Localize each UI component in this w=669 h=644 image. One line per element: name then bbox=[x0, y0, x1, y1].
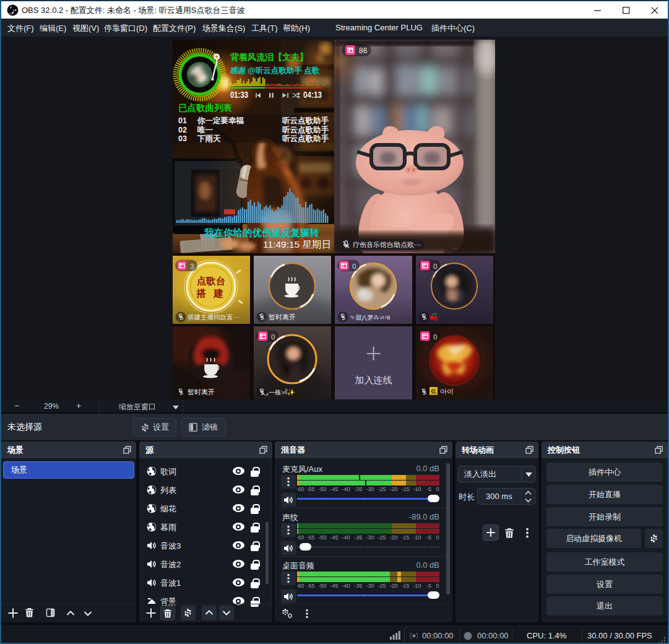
svg-text:-20: -20 bbox=[389, 534, 397, 541]
svg-text:下雨天: 下雨天 bbox=[197, 134, 221, 143]
svg-text:-50: -50 bbox=[318, 534, 326, 541]
svg-text:-30: -30 bbox=[366, 534, 374, 541]
svg-text:听云点歌助手: 听云点歌助手 bbox=[282, 125, 329, 134]
svg-text:0: 0 bbox=[271, 333, 275, 341]
svg-text:0: 0 bbox=[436, 583, 439, 589]
svg-text:-35: -35 bbox=[354, 534, 362, 541]
svg-text:感谢 @听云点歌助手 点歌: 感谢 @听云点歌助手 点歌 bbox=[230, 66, 320, 75]
svg-text:-30: -30 bbox=[366, 583, 374, 589]
svg-text:-10: -10 bbox=[413, 583, 421, 589]
svg-text:0: 0 bbox=[436, 486, 439, 492]
svg-text:-15: -15 bbox=[401, 486, 409, 492]
svg-text:-35: -35 bbox=[354, 583, 362, 589]
svg-text:-10: -10 bbox=[413, 534, 421, 541]
svg-text:已点歌曲列表: 已点歌曲列表 bbox=[178, 103, 233, 113]
svg-text:01:33: 01:33 bbox=[230, 89, 248, 100]
svg-text:-60: -60 bbox=[297, 534, 304, 541]
svg-text:-30: -30 bbox=[366, 486, 374, 492]
svg-text:-40: -40 bbox=[342, 583, 350, 589]
svg-text:-35: -35 bbox=[354, 486, 362, 492]
svg-text:-55: -55 bbox=[306, 534, 314, 541]
svg-text:加入连线: 加入连线 bbox=[355, 375, 392, 385]
svg-text:-60: -60 bbox=[297, 486, 304, 492]
svg-text:-40: -40 bbox=[342, 534, 350, 541]
svg-text:-10: -10 bbox=[413, 486, 421, 492]
svg-text:86: 86 bbox=[359, 46, 368, 55]
svg-text:焦: 焦 bbox=[431, 388, 437, 395]
svg-text:听云点歌助手: 听云点歌助手 bbox=[282, 134, 329, 143]
svg-text:点歌台: 点歌台 bbox=[197, 276, 226, 286]
svg-text:-45: -45 bbox=[330, 534, 338, 541]
svg-text:唯一: 唯一 bbox=[197, 126, 214, 134]
svg-text:-20: -20 bbox=[389, 583, 397, 589]
svg-text:-50: -50 bbox=[318, 486, 326, 492]
svg-text:-25: -25 bbox=[378, 486, 386, 492]
svg-text:0: 0 bbox=[352, 263, 356, 270]
svg-text:-40: -40 bbox=[342, 486, 350, 492]
svg-text:-55: -55 bbox=[306, 583, 314, 589]
svg-text:0: 0 bbox=[433, 333, 437, 341]
svg-text:03: 03 bbox=[178, 134, 187, 143]
svg-text:아이: 아이 bbox=[440, 388, 454, 395]
svg-text:ఌ甜八梦⁂ᝰ¹8: ఌ甜八梦⁂ᝰ¹8 bbox=[350, 314, 390, 321]
svg-text:听云点歌助手: 听云点歌助手 bbox=[282, 116, 329, 125]
svg-text:-55: -55 bbox=[306, 486, 314, 492]
svg-text:你一定要幸福: 你一定要幸福 bbox=[197, 116, 244, 125]
svg-text:11:49:15 星期日: 11:49:15 星期日 bbox=[263, 239, 331, 250]
svg-text:-20: -20 bbox=[389, 486, 397, 492]
svg-text:04:13: 04:13 bbox=[303, 89, 322, 100]
svg-text:-25: -25 bbox=[378, 583, 386, 589]
svg-text:-50: -50 bbox=[318, 583, 326, 589]
svg-text:-5: -5 bbox=[426, 486, 431, 492]
svg-text:02: 02 bbox=[178, 126, 187, 134]
svg-text:-5: -5 bbox=[426, 583, 431, 589]
svg-text:我在你给的优伤里反复辗转: 我在你给的优伤里反复辗转 bbox=[204, 227, 320, 238]
svg-text:-45: -45 bbox=[330, 486, 338, 492]
svg-text:-15: -15 bbox=[401, 534, 409, 541]
svg-text:搭 建: 搭 建 bbox=[196, 288, 225, 298]
svg-text:-15: -15 bbox=[401, 583, 409, 589]
svg-text:搭建主播同款直⋯: 搭建主播同款直⋯ bbox=[188, 313, 240, 321]
svg-text:-25: -25 bbox=[378, 534, 386, 541]
svg-text:暂时离开: 暂时离开 bbox=[269, 313, 296, 321]
svg-text:背着风流泪【文夫】: 背着风流泪【文夫】 bbox=[230, 52, 308, 62]
svg-text:-60: -60 bbox=[297, 583, 304, 589]
svg-text:-45: -45 bbox=[330, 583, 338, 589]
svg-text:疗伤音乐馆自助点欧⋯: 疗伤音乐馆自助点欧⋯ bbox=[353, 241, 421, 248]
svg-text:暂时离开: 暂时离开 bbox=[188, 388, 215, 396]
svg-text:01: 01 bbox=[178, 116, 187, 125]
svg-text:0: 0 bbox=[433, 263, 437, 270]
svg-text:3: 3 bbox=[190, 263, 194, 270]
svg-text:0: 0 bbox=[436, 534, 439, 541]
svg-text:-5: -5 bbox=[426, 534, 431, 541]
